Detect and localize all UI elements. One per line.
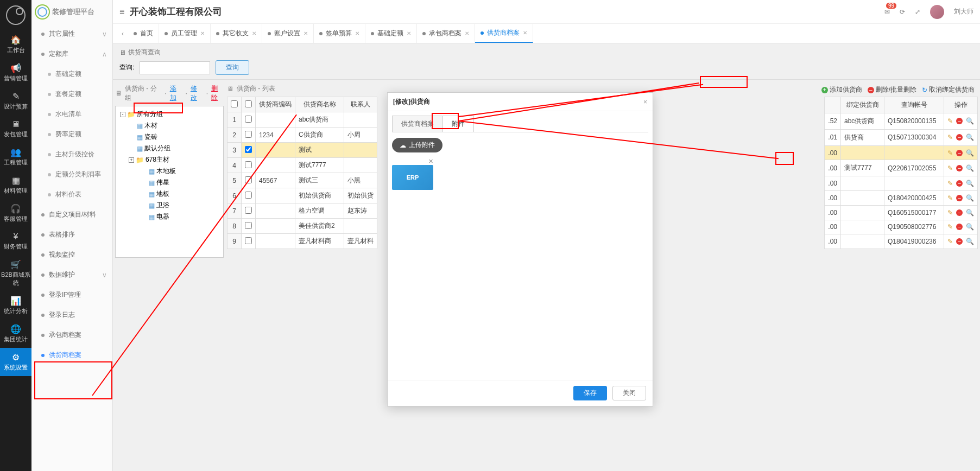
tab-签单预算[interactable]: 签单预算✕: [314, 24, 365, 43]
close-icon[interactable]: ✕: [200, 30, 205, 36]
close-icon[interactable]: ✕: [355, 30, 359, 36]
nav-材料管理[interactable]: ▦材料管理: [0, 171, 31, 199]
delete-icon[interactable]: –: [956, 238, 963, 245]
nav-设计预算[interactable]: ✎设计预算: [0, 87, 31, 115]
delete-icon[interactable]: –: [956, 195, 963, 201]
menu-材料价表[interactable]: 材料价表: [31, 184, 112, 205]
delete-icon[interactable]: –: [956, 180, 963, 187]
delete-icon[interactable]: –: [956, 150, 963, 156]
delete-icon[interactable]: –: [956, 134, 963, 141]
delete-icon[interactable]: –: [956, 224, 963, 230]
row-checkbox[interactable]: [245, 222, 252, 229]
tree-node[interactable]: ▦伟星: [117, 177, 222, 188]
modal-tab-archive[interactable]: 供货商档案: [392, 116, 443, 132]
nav-系统设置[interactable]: ⚙系统设置: [0, 348, 31, 376]
edit-icon[interactable]: ✎: [947, 149, 953, 157]
menu-视频监控[interactable]: 视频监控: [31, 245, 112, 265]
table-row[interactable]: .01供货商Q150713000304✎–🔍: [825, 129, 978, 145]
nav-集团统计[interactable]: 🌐集团统计: [0, 320, 31, 348]
menu-定额分类利润率[interactable]: 定额分类利润率: [31, 164, 112, 184]
row-checkbox[interactable]: [245, 146, 252, 153]
hamburger-icon[interactable]: ≡: [119, 7, 124, 17]
table-row[interactable]: 4测试7777: [227, 158, 377, 173]
tree-node[interactable]: ▦地板: [117, 188, 222, 200]
delete-icon[interactable]: –: [956, 209, 963, 216]
query-input[interactable]: [140, 61, 210, 74]
menu-登录日志[interactable]: 登录日志: [31, 305, 112, 325]
table-row[interactable]: .00Q180420000425✎–🔍: [825, 191, 978, 206]
nav-统计分析[interactable]: 📊统计分析: [0, 291, 31, 320]
menu-套餐定额[interactable]: 套餐定额: [31, 84, 112, 104]
table-row[interactable]: 6初始供货商初始供货: [227, 188, 377, 203]
search-icon[interactable]: 🔍: [966, 180, 974, 187]
menu-其它属性[interactable]: 其它属性∨: [31, 24, 112, 44]
upload-button[interactable]: ☁上传附件: [392, 138, 442, 152]
tab-供货商档案[interactable]: 供货商档案✕: [475, 24, 533, 43]
query-button[interactable]: 查询: [216, 60, 249, 75]
table-row[interactable]: .52abc供货商Q150820000135✎–🔍: [825, 113, 978, 129]
table-row[interactable]: 1abc供货商: [227, 112, 377, 128]
menu-登录IP管理[interactable]: 登录IP管理: [31, 285, 112, 305]
table-row[interactable]: .00✎–🔍: [825, 145, 978, 160]
menu-水电清单[interactable]: 水电清单: [31, 104, 112, 124]
table-row[interactable]: 21234C供货商小周: [227, 128, 377, 143]
row-checkbox[interactable]: [245, 116, 252, 123]
search-icon[interactable]: 🔍: [966, 223, 974, 231]
tree-node[interactable]: ▦瓷砖: [117, 131, 222, 143]
edit-icon[interactable]: ✎: [947, 223, 953, 231]
menu-基础定额[interactable]: 基础定额: [31, 64, 112, 84]
delete-icon[interactable]: –: [956, 165, 963, 171]
edit-icon[interactable]: ✎: [947, 194, 953, 202]
table-row[interactable]: .00✎–🔍: [825, 176, 978, 191]
search-icon[interactable]: 🔍: [966, 194, 974, 202]
tree-node[interactable]: +📁678主材: [117, 154, 222, 166]
delete-button[interactable]: –删除/批量删除: [868, 85, 916, 94]
tab-基础定额[interactable]: 基础定额✕: [365, 24, 417, 43]
search-icon[interactable]: 🔍: [966, 238, 974, 245]
menu-自定义项目/材料[interactable]: 自定义项目/材料: [31, 205, 112, 225]
menu-表格排序[interactable]: 表格排序: [31, 225, 112, 245]
tree-node[interactable]: ▦电器: [117, 211, 222, 222]
tab-账户设置[interactable]: 账户设置✕: [262, 24, 314, 43]
row-checkbox[interactable]: [245, 131, 252, 138]
row-checkbox[interactable]: [245, 237, 252, 244]
tabs-prev-icon[interactable]: ‹: [117, 30, 128, 37]
edit-icon[interactable]: ✎: [947, 238, 953, 245]
tree-node[interactable]: ▦默认分组: [117, 143, 222, 154]
row-checkbox[interactable]: [245, 176, 252, 183]
unbind-button[interactable]: ↻取消绑定供货商: [922, 85, 975, 94]
close-button[interactable]: 关闭: [612, 386, 646, 400]
collapse-icon[interactable]: -: [120, 112, 125, 117]
tree-node[interactable]: ▦卫浴: [117, 200, 222, 211]
table-row[interactable]: 8美佳供货商2: [227, 219, 377, 234]
edit-icon[interactable]: ✎: [947, 209, 953, 217]
close-icon[interactable]: ✕: [465, 30, 469, 36]
select-all-checkbox[interactable]: [245, 100, 252, 107]
nav-发包管理[interactable]: 🖥发包管理: [0, 115, 31, 143]
refresh-icon[interactable]: ⟳: [900, 8, 905, 16]
remove-attachment-icon[interactable]: ✕: [392, 158, 433, 165]
nav-客服管理[interactable]: 🎧客服管理: [0, 199, 31, 227]
tab-其它收支[interactable]: 其它收支✕: [211, 24, 262, 43]
table-row[interactable]: .00测试7777Q220617002055✎–🔍: [825, 160, 978, 176]
avatar[interactable]: [930, 5, 944, 19]
tree-node[interactable]: ▦木材: [117, 120, 222, 131]
menu-数据维护[interactable]: 数据维护∨: [31, 265, 112, 285]
attachment-item[interactable]: ✕ ERP: [392, 158, 433, 190]
tab-员工管理[interactable]: 员工管理✕: [159, 24, 211, 43]
search-icon[interactable]: 🔍: [966, 149, 974, 157]
table-row[interactable]: 3测试: [227, 143, 377, 158]
save-button[interactable]: 保存: [573, 386, 607, 400]
table-row[interactable]: .00Q160515000177✎–🔍: [825, 205, 978, 220]
tree-del-link[interactable]: 删除: [211, 84, 224, 103]
nav-工程管理[interactable]: 👥工程管理: [0, 143, 31, 171]
row-checkbox[interactable]: [245, 161, 252, 168]
nav-B2B商城系统[interactable]: 🛒B2B商城系统: [0, 255, 31, 291]
row-checkbox[interactable]: [245, 192, 252, 199]
tree-root[interactable]: -📁所有分组: [117, 109, 222, 120]
tab-承包商档案[interactable]: 承包商档案✕: [417, 24, 475, 43]
edit-icon[interactable]: ✎: [947, 180, 953, 187]
menu-供货商档案[interactable]: 供货商档案: [31, 345, 112, 365]
table-row[interactable]: .00Q190508002776✎–🔍: [825, 220, 978, 234]
close-icon[interactable]: ✕: [252, 30, 256, 36]
